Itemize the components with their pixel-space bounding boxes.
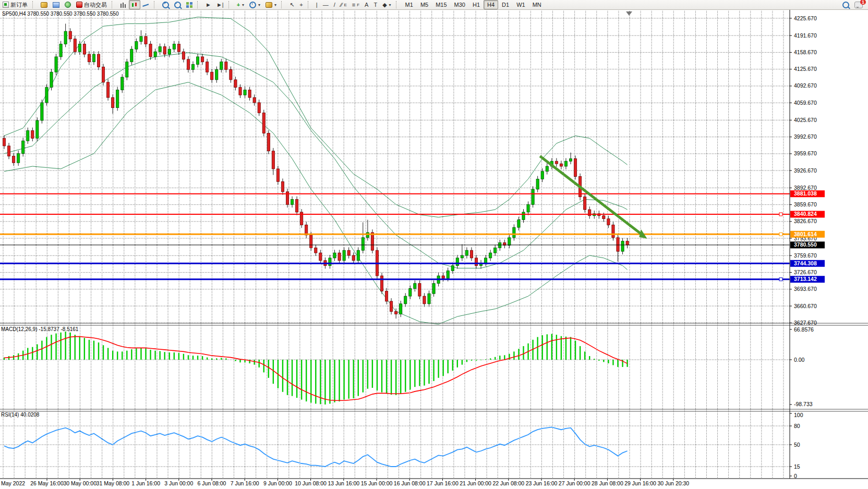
cursor-button[interactable]: ↖ (287, 0, 297, 9)
price-axis-label: 3926.670 (794, 167, 817, 174)
price-chart-canvas[interactable]: 4225.6704191.6704158.6704125.6704092.670… (0, 0, 868, 489)
candle-body (97, 54, 100, 67)
autotrading-button[interactable]: 自动交易 (74, 0, 110, 9)
charts-button[interactable] (38, 0, 50, 9)
candle-body (588, 210, 591, 216)
candle-body (140, 36, 142, 42)
candle-body (352, 255, 355, 261)
price-axis-label: 3693.670 (794, 286, 817, 292)
candle-body (64, 31, 67, 44)
zoom-out-button[interactable]: - (172, 0, 184, 9)
time-axis-label: 10 Jun 08:00 (295, 480, 327, 486)
horizontal-line-button[interactable]: — (320, 0, 331, 9)
line-chart-button[interactable] (140, 0, 152, 9)
candle-body (88, 54, 90, 62)
candle-chart-icon (131, 2, 138, 8)
candle-body (116, 90, 119, 107)
line-chart-icon (143, 2, 149, 8)
navigator-button[interactable] (62, 0, 74, 9)
crosshair-button[interactable]: + (297, 0, 305, 9)
vertical-line-button[interactable]: | (314, 0, 320, 9)
bar-chart-button[interactable] (117, 0, 129, 9)
line-handle[interactable] (779, 233, 782, 236)
candle-body (281, 181, 284, 192)
candle-body (267, 133, 270, 151)
timeframe-d1[interactable]: D1 (498, 0, 513, 9)
text-tool-button[interactable]: A (362, 0, 371, 9)
candle-body (102, 67, 104, 82)
time-axis-label: 31 May 08:00 (97, 480, 130, 486)
timeframe-h1[interactable]: H1 (469, 0, 484, 9)
candle-body (475, 258, 477, 266)
vertical-line-icon: | (316, 2, 318, 8)
candle-body (584, 197, 586, 210)
time-axis-label: 27 Jun 00:00 (559, 480, 590, 486)
timeframe-m5[interactable]: M5 (417, 0, 432, 9)
fibonacci-label: F (357, 3, 359, 7)
periods-button[interactable]: ▾ (247, 0, 263, 9)
line-handle[interactable] (779, 278, 782, 281)
time-axis-label: 30 Jun 20:30 (657, 480, 689, 486)
candle-body (13, 156, 15, 163)
candle-body (536, 179, 539, 189)
timeframe-m30[interactable]: M30 (451, 0, 469, 9)
candle-body (191, 65, 194, 70)
tile-windows-icon (186, 2, 192, 8)
candle-body (564, 161, 567, 166)
new-order-button[interactable]: 新订单 (0, 0, 30, 9)
timeframe-w1[interactable]: W1 (513, 0, 529, 9)
candle-body (602, 216, 605, 219)
shapes-button[interactable]: ◆▾ (380, 0, 393, 9)
candle-body (617, 238, 619, 251)
rsi-indicator-label: RSI(14) 40.0208 (1, 412, 39, 418)
channel-label: E (344, 3, 346, 7)
time-axis-label: May 2022 (1, 480, 25, 486)
timeframe-m15[interactable]: M15 (432, 0, 450, 9)
tile-windows-button[interactable] (184, 0, 195, 9)
candle-body (442, 276, 444, 278)
candle-body (607, 219, 610, 225)
auto-scroll-icon: ► (206, 2, 211, 8)
candle-body (55, 57, 57, 72)
trend-arrow-line[interactable] (540, 156, 644, 236)
candle-body (400, 304, 402, 314)
candle-body (612, 225, 614, 237)
candle-body (31, 131, 34, 139)
label-tool-button[interactable]: T (371, 0, 380, 9)
candle-body (234, 80, 237, 88)
market-watch-button[interactable] (50, 0, 62, 9)
candle-body (494, 248, 497, 253)
notifications-icon[interactable]: 1 (854, 2, 863, 8)
candle-body (485, 258, 487, 263)
auto-scroll-button[interactable]: ► (203, 0, 214, 9)
rsi-axis-label: 50 (794, 442, 800, 448)
zoom-in-button[interactable]: + (160, 0, 172, 9)
timeframe-mn[interactable]: MN (529, 0, 545, 9)
price-axis-label: 4092.670 (794, 82, 817, 89)
price-tag-label: 3713.142 (794, 276, 817, 282)
navigator-icon (65, 2, 71, 8)
line-handle[interactable] (779, 213, 782, 216)
candle-body (83, 44, 86, 55)
trendline-button[interactable]: / (331, 0, 338, 9)
fibonacci-button[interactable]: ≡F (349, 0, 362, 9)
templates-button[interactable]: ▾ (263, 0, 279, 9)
candle-body (50, 72, 53, 87)
candle-body (310, 235, 312, 248)
channel-button[interactable]: ∕∕E (338, 0, 349, 9)
time-axis-label: 1 Jun 16:00 (131, 480, 160, 486)
chart-shift-button[interactable]: ►| (214, 0, 226, 9)
candle-body (182, 52, 185, 59)
add-indicator-button[interactable]: +▾ (234, 0, 247, 9)
timeframe-h4[interactable]: H4 (484, 0, 498, 9)
timeframe-m1[interactable]: M1 (402, 0, 417, 9)
search-icon[interactable] (842, 2, 849, 8)
candle-chart-button[interactable] (129, 0, 140, 9)
price-axis-label: 3992.670 (794, 133, 817, 140)
toolbar-separator (396, 1, 400, 8)
macd-indicator-label: MACD(12,26,9) -15.8737 -8.5161 (1, 326, 78, 332)
template-icon (266, 2, 272, 8)
price-axis-label: 3892.670 (794, 185, 817, 191)
chart-shift-marker[interactable] (626, 11, 632, 16)
candle-body (465, 250, 468, 255)
